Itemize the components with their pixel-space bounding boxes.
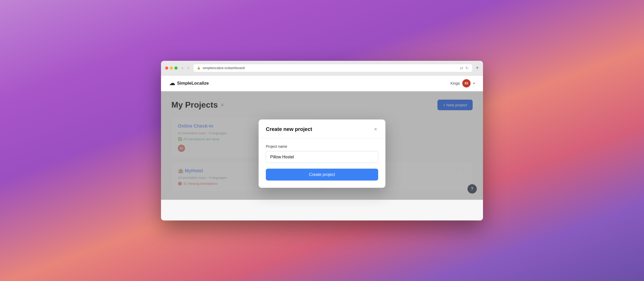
url-text: simplelocalize.io/dashboard/: [203, 66, 245, 70]
close-traffic-light[interactable]: [165, 66, 168, 70]
back-button[interactable]: ‹: [181, 65, 184, 71]
user-avatar[interactable]: KI: [462, 79, 471, 87]
logo-icon: ☁: [169, 80, 175, 87]
app-logo: ☁ SimpleLocalize: [169, 80, 209, 87]
traffic-lights: [165, 66, 178, 70]
app-nav: ☁ SimpleLocalize Kinga KI ▾: [161, 76, 483, 91]
app-name: SimpleLocalize: [177, 81, 209, 86]
browser-window: ‹ › 🔒 simplelocalize.io/dashboard/ ⇄ ↻ +…: [161, 61, 483, 220]
main-content: My Projects ≡ + New project Online Check…: [161, 91, 483, 200]
modal-title: Create new project: [266, 126, 312, 132]
chevron-down-icon[interactable]: ▾: [473, 82, 475, 85]
nav-right: Kinga KI ▾: [450, 79, 475, 87]
modal-body: Project name Create project: [259, 138, 385, 188]
forward-button[interactable]: ›: [186, 65, 190, 71]
refresh-icon[interactable]: ↻: [465, 66, 469, 70]
translate-icon: ⇄: [460, 66, 463, 70]
lock-icon: 🔒: [197, 66, 201, 70]
maximize-traffic-light[interactable]: [174, 66, 178, 70]
add-tab-button[interactable]: +: [476, 65, 479, 71]
create-project-button[interactable]: Create project: [266, 169, 378, 181]
address-bar[interactable]: 🔒 simplelocalize.io/dashboard/ ⇄ ↻: [193, 64, 473, 72]
project-name-input[interactable]: [266, 151, 378, 163]
minimize-traffic-light[interactable]: [170, 66, 173, 70]
user-name: Kinga: [450, 81, 460, 85]
app-content: ☁ SimpleLocalize Kinga KI ▾ My Projects …: [161, 76, 483, 220]
modal-close-button[interactable]: ×: [373, 126, 378, 133]
create-project-modal: Create new project × Project name Create…: [259, 120, 385, 188]
modal-header: Create new project ×: [259, 120, 385, 138]
browser-nav-buttons: ‹ ›: [181, 65, 190, 71]
browser-chrome: ‹ › 🔒 simplelocalize.io/dashboard/ ⇄ ↻ +: [161, 61, 483, 76]
project-name-label: Project name: [266, 144, 378, 149]
